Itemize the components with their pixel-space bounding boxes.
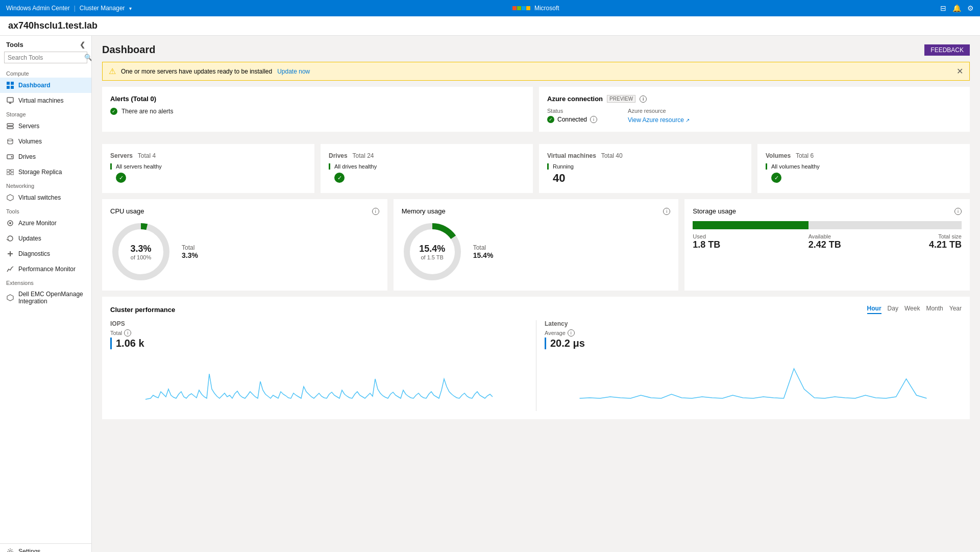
latency-info-icon[interactable]: i	[568, 329, 575, 337]
main-content: Dashboard FEEDBACK ⚠ One or more servers…	[92, 36, 980, 552]
topbar-left: Windows Admin Center | Cluster Manager ▾	[6, 5, 132, 12]
svg-rect-2	[7, 86, 10, 89]
sidebar-item-drives[interactable]: Drives	[0, 149, 91, 164]
cpu-donut-label: 3.3% of 100%	[130, 244, 151, 260]
status-info-icon[interactable]: i	[590, 116, 597, 123]
time-tab-day[interactable]: Day	[888, 305, 898, 314]
sidebar-collapse-btn[interactable]: ❮	[80, 41, 85, 49]
feedback-button[interactable]: FEEDBACK	[924, 44, 970, 56]
sidebar-item-azure-monitor[interactable]: Azure Monitor	[0, 215, 91, 231]
settings-icon[interactable]: ⚙	[967, 4, 974, 12]
no-alerts-icon: ✓	[110, 108, 117, 115]
iops-col: IOPS Total i 1.06 k	[110, 320, 536, 411]
svg-point-8	[8, 139, 13, 141]
sidebar-item-volumes[interactable]: Volumes	[0, 134, 91, 149]
latency-label-text: Average	[545, 330, 566, 336]
time-tab-month[interactable]: Month	[926, 305, 943, 314]
search-box[interactable]: 🔍	[4, 52, 87, 63]
latency-value: 20.2 μs	[545, 338, 962, 349]
svg-rect-4	[7, 98, 13, 102]
sidebar-group-storage: Storage	[0, 108, 91, 118]
alert-banner: ⚠ One or more servers have updates ready…	[102, 62, 970, 81]
storage-used-label: Used	[693, 233, 706, 239]
vm-status-text: Running	[553, 163, 574, 170]
sidebar-group-compute: Compute	[0, 67, 91, 78]
sidebar-item-updates[interactable]: Updates	[0, 231, 91, 246]
servers-health-icon: ✓	[116, 173, 306, 183]
drives-title: Drives Total 24	[329, 152, 525, 159]
connected-text: Connected	[557, 116, 587, 123]
alert-warning-icon: ⚠	[109, 66, 116, 76]
cpu-usage-title: CPU usage i	[110, 207, 379, 215]
cpu-info-icon[interactable]: i	[372, 208, 379, 215]
drives-health-icon: ✓	[334, 173, 525, 183]
svg-rect-1	[11, 82, 14, 85]
storage-info-icon[interactable]: i	[954, 208, 962, 215]
minimize-icon[interactable]: ⊟	[940, 4, 946, 12]
storage-available-value: 2.42 TB	[808, 239, 841, 250]
azure-status-field: Status ✓ Connected i	[547, 108, 597, 124]
dell-emc-icon	[6, 294, 14, 302]
perf-header: Cluster performance Hour Day Week Month …	[110, 305, 962, 314]
alerts-section: Alerts (Total 0) ✓ There are no alerts	[102, 87, 533, 132]
iops-label-text: Total	[110, 330, 122, 336]
sidebar-item-servers[interactable]: Servers	[0, 118, 91, 134]
notification-icon[interactable]: 🔔	[952, 4, 961, 12]
time-tab-week[interactable]: Week	[904, 305, 920, 314]
cpu-usage-card: CPU usage i 3.3% of 100%	[102, 199, 387, 291]
sidebar-item-virtual-switches[interactable]: Virtual switches	[0, 190, 91, 205]
sidebar-performance-monitor-label: Performance Monitor	[18, 266, 76, 273]
sidebar-group-extensions: Extensions	[0, 277, 91, 287]
cpu-title-text: CPU usage	[110, 207, 144, 215]
volumes-check-icon: ✓	[771, 173, 781, 183]
time-tab-year[interactable]: Year	[949, 305, 962, 314]
memory-info-icon[interactable]: i	[663, 208, 670, 215]
memory-title-text: Memory usage	[402, 207, 446, 215]
svg-rect-7	[7, 127, 13, 129]
azure-section: Azure connection PREVIEW i Status ✓ Conn…	[539, 87, 970, 132]
virtual-switches-icon	[6, 194, 14, 202]
vm-total: Total 40	[601, 152, 623, 159]
cluster-manager-chevron[interactable]: ▾	[129, 6, 132, 11]
alert-close-btn[interactable]: ✕	[957, 66, 963, 76]
no-alerts: ✓ There are no alerts	[110, 108, 525, 115]
iops-chart	[110, 353, 528, 410]
sidebar-drives-label: Drives	[18, 153, 36, 160]
sidebar-item-vm[interactable]: Virtual machines	[0, 93, 91, 108]
search-icon[interactable]: 🔍	[84, 54, 92, 61]
summary-row: Servers Total 4 All servers healthy ✓ Dr…	[102, 144, 970, 193]
sidebar-item-settings[interactable]: Settings	[0, 544, 91, 552]
iops-info-icon[interactable]: i	[124, 329, 131, 337]
alert-update-link[interactable]: Update now	[277, 68, 310, 75]
cluster-manager-label[interactable]: Cluster Manager	[80, 5, 125, 12]
time-tab-hour[interactable]: Hour	[867, 305, 881, 314]
dashboard-title: Dashboard	[102, 44, 155, 56]
sidebar-item-diagnostics[interactable]: Diagnostics	[0, 246, 91, 261]
azure-resource-field: Azure resource View Azure resource ↗	[628, 108, 690, 124]
sidebar-volumes-label: Volumes	[18, 138, 42, 145]
perf-grid: IOPS Total i 1.06 k Latency	[110, 320, 962, 411]
latency-title: Latency	[545, 320, 962, 327]
search-input[interactable]	[8, 54, 84, 61]
sidebar-item-storage-replica[interactable]: Storage Replica	[0, 164, 91, 180]
ms-logo-area: Microsoft	[512, 5, 559, 12]
svg-rect-19	[10, 251, 11, 256]
cpu-donut-container: 3.3% of 100% Total 3.3%	[110, 221, 379, 282]
sidebar: Tools ❮ 🔍 Compute Dashboard Virtual mach…	[0, 36, 92, 552]
sidebar-item-performance-monitor[interactable]: Performance Monitor	[0, 261, 91, 277]
azure-info-icon[interactable]: i	[640, 95, 647, 103]
storage-total-value: 4.21 TB	[929, 239, 962, 250]
azure-status-connected: ✓ Connected i	[547, 116, 597, 123]
main-inner: Dashboard FEEDBACK ⚠ One or more servers…	[92, 36, 980, 434]
memory-donut-label: 15.4% of 1.5 TB	[419, 244, 445, 260]
sidebar-item-dashboard[interactable]: Dashboard	[0, 78, 91, 93]
azure-resource-label: Azure resource	[628, 108, 690, 114]
performance-monitor-icon	[6, 265, 14, 273]
sidebar-item-dell-emc[interactable]: Dell EMC OpenManage Integration	[0, 287, 91, 308]
cpu-sub: of 100%	[130, 254, 151, 260]
azure-resource-link[interactable]: View Azure resource ↗	[628, 116, 690, 124]
cluster-performance-section: Cluster performance Hour Day Week Month …	[102, 297, 970, 419]
storage-usage-title: Storage usage i	[693, 207, 962, 215]
volumes-health-icon: ✓	[771, 173, 962, 183]
ms-label: Microsoft	[534, 5, 559, 12]
